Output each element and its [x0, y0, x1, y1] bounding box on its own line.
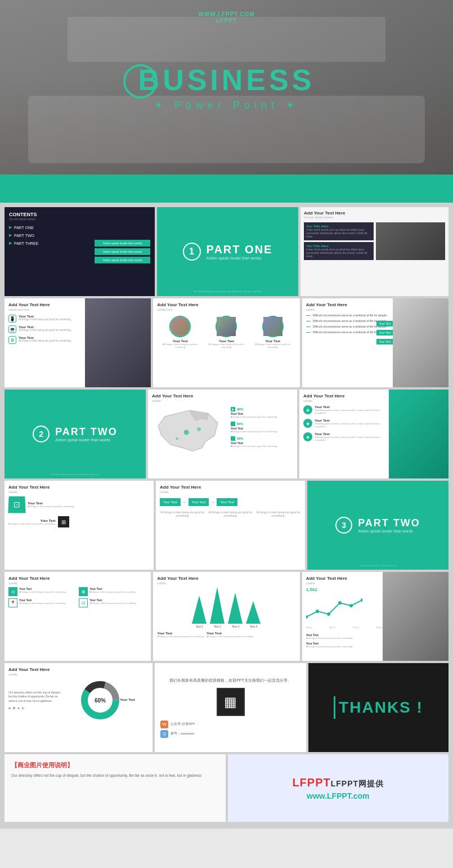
slide-row-5: Add Your Text Here subtitle ⊙ Your Text …	[5, 572, 448, 661]
part-one-label: PART ONE	[207, 243, 273, 256]
four-icons-title: Add Your Text Here	[8, 576, 147, 581]
connector-icons-title: Add Your Text Here	[8, 485, 150, 490]
part-two-1-number: 2	[33, 426, 50, 442]
svg-marker-5	[228, 593, 243, 624]
tri-4	[246, 601, 261, 624]
tri-3	[228, 593, 243, 624]
tri-1	[192, 596, 207, 624]
svg-marker-6	[246, 601, 261, 624]
thanks-bar	[334, 696, 335, 719]
map-title: Add Your Text Here	[152, 393, 293, 399]
donut-title: Add Your Text Here	[8, 667, 149, 672]
thanks-label: THANKS !	[339, 699, 423, 717]
weibo-label: 公众号-分享PPT	[171, 722, 195, 727]
contents-title: CONTENTS	[9, 212, 92, 217]
promo-desc: 我们长期发布高质量的优质模板，欢迎PPT关注推我们一起交流分享。	[169, 678, 291, 683]
contents-items: ▶ PART ONE ▶ PART TWO ▶ PART THREE	[9, 225, 92, 245]
slide-row-1: CONTENTS You can simply impress ▶ PART O…	[5, 207, 448, 296]
part-one-sub: Action speak louder than words	[207, 256, 273, 260]
green-banner	[0, 175, 453, 203]
svg-point-9	[327, 612, 330, 616]
you-title-desc-2: A few short words sum up what has lifted…	[306, 248, 371, 258]
tri-2	[210, 587, 225, 624]
svg-marker-3	[192, 596, 207, 624]
slide-icons-list: Add Your Text Here subtitle text here 📱 …	[5, 298, 151, 387]
hero-section: WWW.LFPPT.COM LFPPT ◯ BUSINESS ✦ Power P…	[0, 0, 453, 175]
add-text-sub-1: You can simply impress	[304, 216, 445, 219]
three-boxes-title: Add Your Text Here	[160, 485, 301, 490]
watermark: WWW.LFPPT.COM LFPPT	[198, 11, 254, 24]
slide-row-2: Add Your Text Here subtitle text here 📱 …	[5, 298, 448, 387]
slide-row-3: 2 PART TWO Action speak louder than word…	[5, 390, 448, 478]
add-text-title-1: Add Your Text Here	[304, 211, 445, 216]
slide-commercial: 【商业图片使用说明】 Our directory offers not the …	[5, 754, 226, 822]
slide-lfppt-promo: 我们长期发布高质量的优质模板，欢迎PPT关注推我们一起交流分享。 ▦ W 公众号…	[155, 663, 306, 752]
part-two-1-label: PART TWO	[55, 426, 118, 438]
line-chart-svg	[306, 594, 362, 623]
lfppt-title: LFPPTLFPPT网提供	[292, 776, 384, 789]
contents-item-3: PART THREE	[14, 241, 38, 245]
part-two-2-label: PART TWO	[358, 517, 420, 529]
svg-point-1	[197, 427, 201, 431]
slide-lfppt-brand: LFPPTLFPPT网提供 www.LFPPT.com	[228, 754, 449, 822]
slide-thanks: THANKS !	[308, 663, 448, 752]
qq-label: 群号：xxxxxxxx	[171, 731, 194, 736]
slide-note-1: The best attitude you can go any time, d…	[157, 290, 298, 293]
part-two-1-sub: Action speak louder than words	[55, 438, 118, 442]
slide-triangle-chart: Add Your Text Here subtitle Text 1 Text …	[153, 572, 299, 661]
lfppt-url: www.LFPPT.com	[307, 791, 370, 800]
part-one-number: 1	[183, 243, 201, 261]
svg-text:60%: 60%	[95, 697, 106, 704]
slide-part-two-1: 2 PART TWO Action speak louder than word…	[5, 390, 146, 478]
triangle-title: Add Your Text Here	[157, 576, 295, 581]
contents-action-2: Action speak louder than words	[95, 248, 150, 255]
slide-part-two-2: 3 PART TWO Action speak louder than word…	[307, 481, 448, 570]
svg-point-11	[349, 604, 353, 607]
svg-marker-4	[210, 587, 225, 624]
three-avatars-title: Add Your Text Here	[157, 302, 295, 307]
slide-row-6: Add Your Text Here subtitle Our director…	[5, 663, 448, 752]
slide-four-icons: Add Your Text Here subtitle ⊙ Your Text …	[5, 572, 151, 661]
qq-icon: Q	[160, 730, 168, 738]
map-svg	[152, 407, 227, 458]
svg-point-10	[338, 601, 342, 605]
difficult-text-1: Difficult circumstances serve as a textb…	[313, 314, 388, 317]
slide-row-7: 【商业图片使用说明】 Our directory offers not the …	[5, 754, 448, 822]
slide-line-chart: Add Your Text Here subtitle 1,562 Text 1…	[302, 572, 448, 661]
slide-map: Add Your Text Here subtitle	[148, 390, 297, 478]
contents-item-1: PART ONE	[14, 226, 34, 230]
hero-content: ◯ BUSINESS ✦ Power Point ✦	[138, 63, 315, 111]
svg-point-0	[184, 430, 189, 435]
you-title-desc-1: A few short words sum up what has lifted…	[306, 228, 371, 238]
slide-donut: Add Your Text Here subtitle Our director…	[5, 663, 153, 752]
svg-point-8	[316, 610, 319, 613]
hero-subtitle: Power Point	[174, 100, 279, 111]
slide-add-text-1: Add Your Text Here You can simply impres…	[300, 207, 448, 296]
slide-text-right-img: Add Your Text Here subtitle Difficult ci…	[302, 298, 448, 387]
part-two-2-sub: Action speak louder than words	[358, 529, 420, 533]
slides-grid: CONTENTS You can simply impress ▶ PART O…	[0, 203, 453, 829]
slide-three-avatars: Add Your Text Here subtitle here Your Te…	[153, 298, 299, 387]
contents-item-2: PART TWO	[14, 234, 34, 238]
slide-note-2: The best attitude you can go any time, d…	[5, 473, 146, 476]
contents-subtitle: You can simply impress	[9, 218, 92, 221]
weibo-icon: W	[160, 721, 168, 728]
part-two-2-number: 3	[335, 517, 352, 534]
svg-point-2	[176, 437, 178, 440]
contents-action-1: Action speak louder than words	[95, 240, 150, 247]
hero-title: BUSINESS	[138, 64, 315, 96]
donut-svg: 60%	[80, 681, 120, 720]
slide-part-one: 1 PART ONE Action speak louder than word…	[157, 207, 298, 296]
slide-tech-icons: Add Your Text Here subtitle ◈ Your Text …	[299, 390, 448, 478]
slide-contents: CONTENTS You can simply impress ▶ PART O…	[5, 207, 155, 296]
slide-row-4: Add Your Text Here subtitle ⊡ Your Text …	[5, 481, 448, 570]
commercial-desc: Our directory offers not the cup of desp…	[11, 773, 219, 778]
slide-three-boxes: Add Your Text Here subtitle Your Text ↔ …	[156, 481, 305, 570]
commercial-title: 【商业图片使用说明】	[11, 761, 219, 769]
contents-action-3: Action speak louder than words	[95, 257, 150, 263]
slide-connector-icons: Add Your Text Here subtitle ⊡ Your Text …	[5, 481, 154, 570]
qr-code: ▦	[217, 688, 245, 716]
